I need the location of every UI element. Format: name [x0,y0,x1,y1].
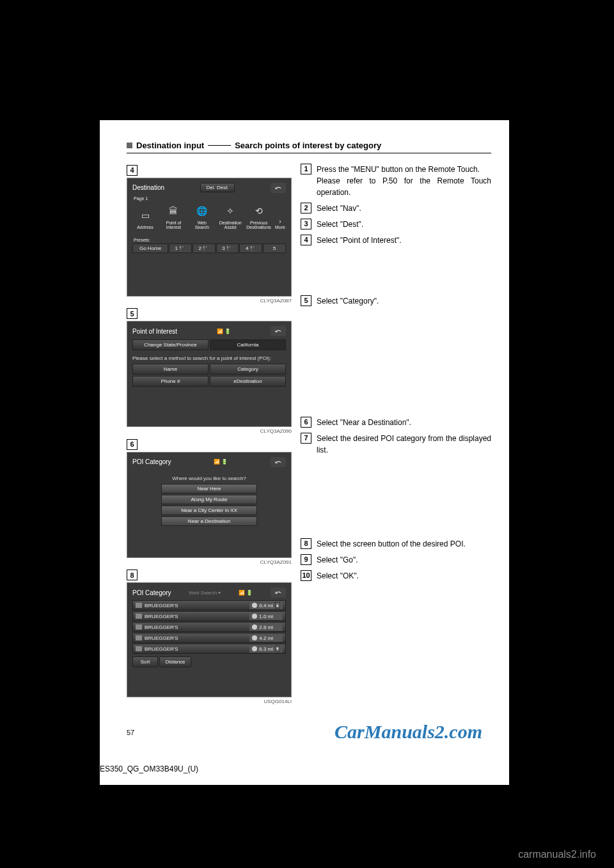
opt-category[interactable]: Category [210,364,286,375]
result-dist: 4.2 mi [259,635,273,641]
screen-poi: Point of Interest 📶 🔋 ⤺ Change State/Pro… [127,321,292,427]
result-name: BRUEGGER'S [145,603,178,608]
poi-instruction: Please select a method to search for a p… [130,352,288,362]
icon-address[interactable]: ▭Address [132,209,158,230]
result-dist: 1.0 mi [259,614,273,619]
watermark-logo: CarManuals2.com [335,721,482,743]
result-name: BRUEGGER'S [145,614,178,619]
result-row[interactable]: BRUEGGER'S 6.3 mi▾ [132,644,286,654]
result-name: BRUEGGER'S [145,624,178,630]
address-icon: ▭ [138,209,152,223]
instructions-column: 1 Press the "MENU" button on the Remote … [301,164,491,708]
step-num: 3 [301,219,311,229]
opt-near-city[interactable]: Near a City Center in XX [161,506,257,515]
back-button[interactable]: ⤺ [271,587,286,598]
step-text: Select "Dest". [317,219,363,230]
direction-icon [252,614,257,619]
preset-2[interactable]: 2 🏴 [193,244,216,253]
back-button[interactable]: ⤺ [271,457,286,467]
result-row[interactable]: BRUEGGER'S 4.2 mi▪ [132,633,286,643]
opt-near-here[interactable]: Near Here [161,484,257,493]
assist-icon: ✧ [223,205,237,219]
manual-page: Destination input Search points of inter… [100,120,509,785]
icon-destassist[interactable]: ✧DestinationAssist [217,205,243,230]
header-title: Search points of interest by category [235,141,381,150]
icon-label: WebSearch [195,221,209,230]
poi-result-icon [136,624,142,630]
content-columns: 4 Destination Del. Dest. ⤺ Page 1 ▭Addre… [127,164,491,708]
icon-more[interactable]: ›More [274,218,286,230]
direction-icon [252,624,257,630]
step-num: 1 [301,164,311,174]
step-group-1: 1 Press the "MENU" button on the Remote … [301,164,491,295]
preset-1[interactable]: 1 🏴 [169,244,192,253]
header-dash-icon [208,145,231,146]
poi-result-icon [136,614,142,619]
scroll-up-icon[interactable]: ▴ [275,602,280,608]
poi-result-icon [136,646,142,651]
icon-label: PreviousDestinations [246,221,271,230]
direction-icon [252,635,257,640]
back-button[interactable]: ⤺ [271,326,286,336]
icon-label: Address [137,225,154,229]
preset-gohome[interactable]: Go Home [132,244,168,253]
icon-websearch[interactable]: 🌐WebSearch [189,205,215,230]
screen-poi-category: POI Category 📶 🔋 ⤺ Where would you like … [127,452,292,558]
step-text: Select "Nav". [317,203,361,214]
step-num: 6 [301,417,311,428]
icon-label: DestinationAssist [219,221,242,230]
scroll-down-icon[interactable]: ▾ [275,646,280,652]
step-text: Select "Point of Interest". [317,235,402,246]
screenshot-8: 8 POI Category Web Search ▾ 📶 🔋 ⤺ BRUEGG… [127,569,292,705]
badge-8: 8 [127,570,138,580]
opt-phone[interactable]: Phone # [132,376,209,387]
result-row[interactable]: BRUEGGER'S 2.8 mi▪ [132,622,286,632]
direction-icon [252,646,257,651]
del-dest-button[interactable]: Del. Dest. [200,183,234,192]
web-search-tab[interactable]: Web Search ▾ [189,590,221,596]
badge-5: 5 [127,308,138,319]
step-group-4: 8Select the screen button of the desired… [301,538,491,582]
opt-name[interactable]: Name [132,364,209,375]
step-num: 4 [301,235,311,245]
preset-3[interactable]: 3 🏴 [216,244,239,253]
preset-5[interactable]: 5 [263,244,286,253]
change-state-button[interactable]: Change State/Province [132,339,209,350]
opt-near-dest[interactable]: Near a Destination [161,516,257,526]
preset-4[interactable]: 4 🏴 [239,244,262,253]
screen-title: POI Category [132,589,171,596]
footer-brand: carmanuals2.info [518,849,596,860]
icon-label: Point ofInterest [166,221,182,230]
screen-poi-results: POI Category Web Search ▾ 📶 🔋 ⤺ BRUEGGER… [127,582,292,697]
result-row[interactable]: BRUEGGER'S 0.4 mi▴ [132,600,286,610]
step-text: Press the "MENU" button on the Remote To… [317,164,491,198]
result-dist: 0.4 mi [259,603,273,608]
step-num: 7 [301,433,311,444]
screenshot-4: 4 Destination Del. Dest. ⤺ Page 1 ▭Addre… [127,164,292,304]
poi-icon: 🏛 [166,205,180,219]
ref-code: CLYQ3AZ087 [127,298,292,304]
icon-poi[interactable]: 🏛Point ofInterest [161,205,186,230]
badge-6: 6 [127,439,138,450]
distance-button[interactable]: Distance [159,656,191,667]
step-group-2: 5Select "Category". [301,295,491,417]
doc-reference: ES350_QG_OM33B49U_(U) [100,764,198,773]
icon-label: More [275,225,285,229]
web-icon: 🌐 [195,205,209,219]
result-dist: 6.3 mi [259,646,273,652]
opt-edest[interactable]: eDestination [210,376,286,387]
previous-icon: ⟲ [252,205,266,219]
back-button[interactable]: ⤺ [271,183,286,193]
result-row[interactable]: BRUEGGER'S 1.0 mi▪ [132,611,286,621]
screenshot-6: 6 POI Category 📶 🔋 ⤺ Where would you lik… [127,438,292,565]
step-text: Select "OK". [317,570,359,582]
opt-along-route[interactable]: Along My Route [161,495,257,504]
step-num: 9 [301,554,311,565]
sort-button[interactable]: Sort [132,656,158,667]
screen-title: POI Category [132,458,171,465]
result-name: BRUEGGER'S [145,646,178,652]
icon-previous[interactable]: ⟲PreviousDestinations [246,205,272,230]
screenshots-column: 4 Destination Del. Dest. ⤺ Page 1 ▭Addre… [127,164,292,708]
poi-result-icon [136,603,142,608]
screenshot-5: 5 Point of Interest 📶 🔋 ⤺ Change State/P… [127,307,292,435]
